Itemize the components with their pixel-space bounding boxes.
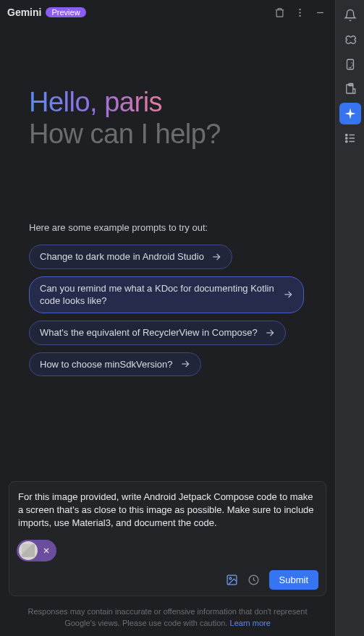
chip-label: How to choose minSdkVersion? — [40, 358, 173, 371]
greeting-help: How can I help? — [29, 119, 312, 150]
notifications-icon[interactable] — [339, 4, 361, 26]
more-icon[interactable] — [292, 4, 308, 20]
svg-point-18 — [345, 137, 347, 139]
trash-icon[interactable] — [271, 4, 287, 20]
arrow-right-icon — [265, 328, 275, 338]
arrow-right-icon — [283, 289, 293, 300]
prompt-chip[interactable]: Change to dark mode in Android Studio — [29, 245, 232, 269]
prompt-input-zone: For this image provided, write Android J… — [9, 481, 326, 597]
main-panel: Gemini Preview Hello, paris How can I he… — [0, 0, 336, 636]
preview-badge: Preview — [46, 7, 85, 17]
greeting-hello: Hello, paris — [29, 87, 162, 117]
svg-point-2 — [299, 14, 300, 16]
history-icon[interactable] — [247, 574, 261, 587]
prompt-chip[interactable]: What's the equivalent of RecyclerView in… — [29, 321, 286, 345]
prompt-chip[interactable]: How to choose minSdkVersion? — [29, 352, 201, 377]
chip-label: What's the equivalent of RecyclerView in… — [40, 326, 258, 339]
arrow-right-icon — [180, 359, 190, 369]
list-icon[interactable] — [339, 127, 361, 149]
content-area: Hello, paris How can I help? Here are so… — [0, 25, 335, 481]
puzzle-icon[interactable] — [339, 29, 361, 51]
svg-point-20 — [345, 140, 347, 142]
panel-title: Gemini — [7, 7, 41, 18]
toolbar: Gemini Preview — [0, 0, 335, 25]
close-icon[interactable] — [42, 546, 51, 555]
svg-point-11 — [229, 577, 232, 580]
right-tool-rail — [336, 0, 364, 636]
submit-button[interactable]: Submit — [269, 570, 318, 590]
arrow-right-icon — [211, 252, 221, 262]
gemini-sparkle-icon[interactable] — [339, 103, 361, 124]
clipboard-icon[interactable] — [339, 78, 361, 100]
minimize-icon[interactable] — [312, 4, 328, 20]
chip-label: Can you remind me what a KDoc for docume… — [40, 282, 276, 308]
device-icon[interactable] — [339, 54, 361, 75]
disclaimer: Responses may contain inaccurate or offe… — [0, 602, 335, 636]
prompts-label: Here are some example prompts to try out… — [29, 222, 312, 233]
greeting: Hello, paris How can I help? — [29, 87, 312, 150]
prompt-chip-list: Change to dark mode in Android Studio Ca… — [29, 245, 312, 376]
input-actions: Submit — [17, 570, 318, 590]
attachment-thumbnail — [19, 541, 38, 560]
prompt-textarea[interactable]: For this image provided, write Android J… — [17, 489, 318, 536]
prompt-chip[interactable]: Can you remind me what a KDoc for docume… — [29, 276, 304, 313]
learn-more-link[interactable]: Learn more — [230, 619, 271, 627]
image-attachment-chip[interactable] — [17, 540, 56, 561]
svg-point-0 — [299, 9, 300, 10]
chip-label: Change to dark mode in Android Studio — [40, 250, 204, 263]
image-icon[interactable] — [226, 574, 239, 587]
svg-point-1 — [299, 12, 300, 13]
svg-point-16 — [345, 134, 347, 135]
